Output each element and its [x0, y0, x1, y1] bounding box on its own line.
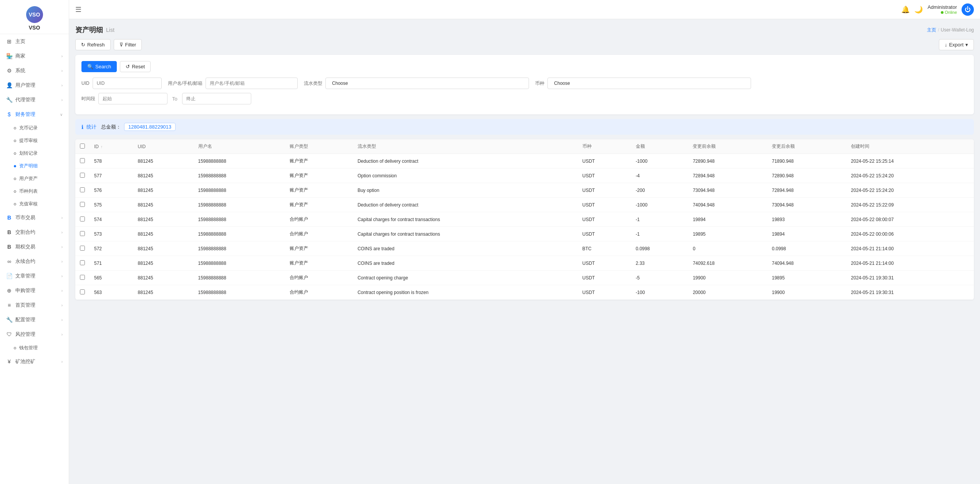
sidebar-subitem-withdrawal[interactable]: 提币审核 — [0, 134, 69, 147]
sidebar-item-risk[interactable]: 🛡 风控管理 › — [0, 327, 69, 342]
row-created-at: 2024-05-22 08:00:07 — [846, 212, 974, 227]
row-amount: 0.0998 — [631, 241, 688, 256]
search-button[interactable]: 🔍 Search — [81, 61, 117, 72]
select-all-checkbox[interactable] — [80, 144, 85, 149]
sidebar-item-agent-management[interactable]: 🔧 代理管理 › — [0, 93, 69, 107]
user-status: Online — [941, 10, 957, 15]
time-start-input[interactable] — [98, 93, 167, 104]
toolbar: ↻ Refresh ⊽ Filter ↓ Export ▾ — [75, 39, 974, 50]
uid-input[interactable] — [93, 78, 162, 89]
stats-total-amount: 1280481.88229013 — [124, 123, 176, 131]
sidebar-subitem-coin-list[interactable]: 币种列表 — [0, 185, 69, 198]
sidebar-item-config[interactable]: 🔧 配置管理 › — [0, 312, 69, 327]
refresh-button[interactable]: ↻ Refresh — [75, 39, 111, 50]
page-title: 资产明细 List — [75, 25, 114, 35]
notification-icon[interactable]: 🔔 — [901, 5, 910, 14]
sidebar-item-subscription[interactable]: ⊕ 申购管理 › — [0, 283, 69, 298]
coin-choose-button[interactable]: Choose — [547, 78, 751, 89]
row-uid: 881245 — [133, 154, 194, 168]
sidebar-subitem-transfer[interactable]: 划转记录 — [0, 147, 69, 160]
filter-button[interactable]: ⊽ Filter — [114, 39, 142, 50]
row-created-at: 2024-05-21 19:30:31 — [846, 285, 974, 300]
dot-icon-3 — [14, 152, 16, 155]
reset-button[interactable]: ↺ Reset — [120, 61, 151, 72]
coin-field: 币种 Choose — [535, 78, 751, 89]
sidebar-subitem-asset-detail[interactable]: 资产明细 — [0, 160, 69, 172]
row-before-balance: 20000 — [688, 285, 767, 300]
row-after-balance: 72890.948 — [767, 168, 846, 183]
table-row: 565 881245 15988888888 合约账户 Contract ope… — [75, 271, 974, 285]
sidebar-subitem-user-asset[interactable]: 用户资产 — [0, 172, 69, 185]
hamburger-icon[interactable]: ☰ — [75, 5, 81, 14]
sidebar-item-perpetual-label: 永续合约 — [15, 258, 61, 265]
chevron-right-icon-10: › — [61, 289, 63, 293]
row-checkbox-cell — [75, 285, 90, 300]
row-checkbox[interactable] — [80, 173, 85, 178]
row-created-at: 2024-05-22 15:24:20 — [846, 183, 974, 198]
sidebar-item-options[interactable]: B 期权交易 › — [0, 240, 69, 254]
row-username: 15988888888 — [194, 212, 285, 227]
table-header-coin: 币种 — [578, 139, 631, 154]
export-button[interactable]: ↓ Export ▾ — [939, 39, 974, 50]
sidebar-subitem-wallet[interactable]: 钱包管理 — [0, 342, 69, 354]
flow-type-choose-button[interactable]: Choose — [325, 78, 529, 89]
row-checkbox[interactable] — [80, 275, 85, 280]
subscription-icon: ⊕ — [6, 287, 12, 294]
row-account-type: 合约账户 — [285, 227, 353, 241]
row-flow-type: COINS are traded — [353, 241, 578, 256]
user-management-icon: 👤 — [6, 82, 12, 88]
sidebar-item-article[interactable]: 📄 文章管理 › — [0, 269, 69, 283]
sidebar-item-perpetual[interactable]: ∞ 永续合约 › — [0, 254, 69, 269]
header: ☰ 🔔 🌙 Administrator Online ⏻ — [69, 0, 980, 19]
sidebar-item-home[interactable]: ⊞ 主页 — [0, 34, 69, 49]
row-username: 15988888888 — [194, 285, 285, 300]
sidebar-item-homepage-label: 首页管理 — [15, 302, 61, 309]
sidebar-subitem-user-asset-label: 用户资产 — [19, 175, 38, 182]
sidebar-item-merchant[interactable]: 🏪 商家 › — [0, 49, 69, 63]
table-header-before-balance: 变更前余额 — [688, 139, 767, 154]
sidebar-item-user-management[interactable]: 👤 用户管理 › — [0, 78, 69, 93]
sidebar-item-mining[interactable]: ¥ 矿池挖矿 › — [0, 354, 69, 369]
row-checkbox[interactable] — [80, 260, 85, 265]
row-uid: 881245 — [133, 198, 194, 212]
username-input[interactable] — [206, 78, 298, 89]
username-label: 用户名/手机/邮箱 — [168, 80, 203, 87]
row-checkbox[interactable] — [80, 216, 85, 221]
row-amount: -1000 — [631, 154, 688, 168]
sidebar-item-homepage[interactable]: ≡ 首页管理 › — [0, 298, 69, 312]
chevron-right-icon-3: › — [61, 83, 63, 88]
row-checkbox[interactable] — [80, 289, 85, 294]
breadcrumb-home[interactable]: 主页 — [927, 27, 936, 33]
sidebar-subitem-recharge-audit[interactable]: 充值审核 — [0, 198, 69, 210]
row-account-type: 合约账户 — [285, 271, 353, 285]
row-checkbox[interactable] — [80, 202, 85, 207]
sidebar-subitem-deposit[interactable]: 充币记录 — [0, 122, 69, 134]
row-after-balance: 71890.948 — [767, 154, 846, 168]
sidebar-item-coin-trading[interactable]: B 币市交易 › — [0, 210, 69, 225]
sidebar-item-system[interactable]: ⚙ 系统 › — [0, 63, 69, 78]
time-range-to: To — [171, 96, 179, 102]
row-coin: USDT — [578, 154, 631, 168]
sidebar-item-finance[interactable]: $ 财务管理 ∨ — [0, 107, 69, 122]
row-checkbox[interactable] — [80, 246, 85, 251]
row-checkbox[interactable] — [80, 187, 85, 192]
table-section: ID ↑ UID 用户名 账户类型 流水类型 币种 金额 变更前余额 变更后余额… — [75, 139, 974, 300]
row-created-at: 2024-05-22 00:00:06 — [846, 227, 974, 241]
sort-icon[interactable]: ↑ — [101, 145, 103, 149]
row-amount: 2.33 — [631, 256, 688, 271]
row-uid: 881245 — [133, 271, 194, 285]
power-button[interactable]: ⏻ — [962, 3, 974, 16]
table-header-row: ID ↑ UID 用户名 账户类型 流水类型 币种 金额 变更前余额 变更后余额… — [75, 139, 974, 154]
sidebar-item-delivery-contract[interactable]: B 交割合约 › — [0, 225, 69, 240]
time-end-input[interactable] — [182, 93, 251, 104]
sidebar-item-user-management-label: 用户管理 — [15, 82, 61, 89]
row-flow-type: Deduction of delivery contract — [353, 198, 578, 212]
row-before-balance: 74094.948 — [688, 198, 767, 212]
theme-icon[interactable]: 🌙 — [914, 5, 923, 14]
row-checkbox[interactable] — [80, 158, 85, 163]
row-checkbox[interactable] — [80, 231, 85, 236]
search-row-1: UID 用户名/手机/邮箱 流水类型 Choose 币种 Choose — [81, 78, 968, 89]
row-account-type: 账户资产 — [285, 154, 353, 168]
system-icon: ⚙ — [6, 68, 12, 74]
row-flow-type: Deduction of delivery contract — [353, 154, 578, 168]
